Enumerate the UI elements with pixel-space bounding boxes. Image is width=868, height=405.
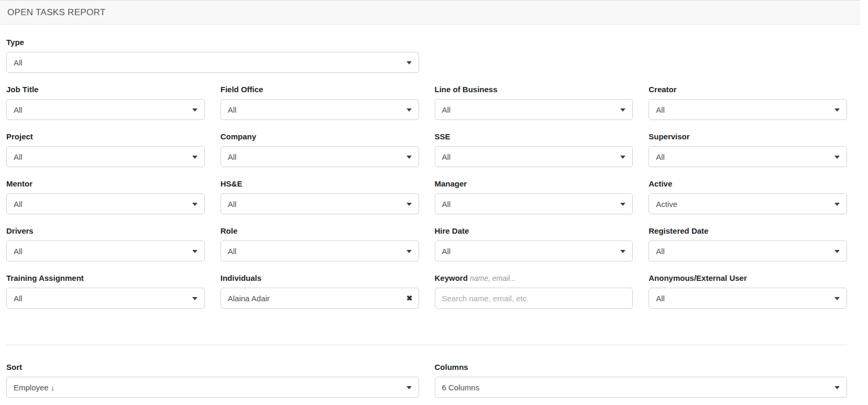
keyword-label-hint: name, email... xyxy=(470,274,516,282)
manager-select-value: All xyxy=(442,200,451,209)
mentor-label: Mentor xyxy=(6,179,205,188)
job-title-select[interactable]: All xyxy=(6,99,205,120)
hse-select-value: All xyxy=(228,200,237,209)
columns-label: Columns xyxy=(435,363,848,371)
field-sse: SSE All xyxy=(435,132,633,167)
field-supervisor: Supervisor All xyxy=(649,132,847,167)
caret-down-icon xyxy=(406,156,412,159)
type-select[interactable]: All xyxy=(6,52,419,73)
active-label: Active xyxy=(649,179,847,188)
field-hse: HS&E All xyxy=(221,179,419,214)
caret-down-icon xyxy=(834,386,840,389)
mentor-select-value: All xyxy=(14,200,23,209)
panel-header: OPEN TASKS REPORT xyxy=(0,0,860,25)
mentor-select[interactable]: All xyxy=(6,193,205,214)
keyword-search-input[interactable] xyxy=(435,288,633,309)
field-line-of-business: Line of Business All xyxy=(435,85,633,120)
registered-date-select[interactable]: All xyxy=(649,240,847,261)
supervisor-select[interactable]: All xyxy=(649,146,847,167)
training-assignment-select[interactable]: All xyxy=(6,288,205,309)
sort-select-value: Employee ↓ xyxy=(14,383,54,392)
clear-icon[interactable]: ✖ xyxy=(406,294,413,302)
drivers-label: Drivers xyxy=(6,226,205,235)
registered-date-select-value: All xyxy=(656,247,665,256)
sort-columns-section: Sort Employee ↓ Columns 6 Columns xyxy=(6,363,847,405)
active-select[interactable]: Active xyxy=(649,193,847,214)
field-job-title: Job Title All xyxy=(6,85,205,120)
caret-down-icon xyxy=(834,156,840,159)
caret-down-icon xyxy=(192,250,197,253)
sse-select-value: All xyxy=(442,152,451,161)
caret-down-icon xyxy=(192,108,197,112)
hire-date-select[interactable]: All xyxy=(435,240,633,261)
field-individuals: Individuals ✖ xyxy=(221,273,419,309)
field-active: Active Active xyxy=(649,179,847,214)
training-assignment-select-value: All xyxy=(14,294,23,303)
individuals-input[interactable] xyxy=(221,288,419,309)
creator-select[interactable]: All xyxy=(649,99,847,120)
field-office-label: Field Office xyxy=(221,85,419,94)
project-select[interactable]: All xyxy=(6,146,205,167)
type-select-value: All xyxy=(14,58,23,67)
section-divider xyxy=(6,345,847,345)
active-select-value: Active xyxy=(656,200,677,209)
filter-form: Type All Job Title All Field Office All xyxy=(0,25,860,405)
field-manager: Manager All xyxy=(435,179,633,214)
field-office-select[interactable]: All xyxy=(221,99,419,120)
hse-label: HS&E xyxy=(221,179,419,188)
registered-date-label: Registered Date xyxy=(649,226,847,235)
caret-down-icon xyxy=(834,108,840,112)
anonymous-external-user-select-value: All xyxy=(656,294,665,303)
line-of-business-label: Line of Business xyxy=(435,85,633,94)
drivers-select[interactable]: All xyxy=(6,240,205,261)
hire-date-select-value: All xyxy=(442,247,451,256)
caret-down-icon xyxy=(192,203,197,206)
hire-date-label: Hire Date xyxy=(435,226,633,235)
field-creator: Creator All xyxy=(649,85,847,120)
project-select-value: All xyxy=(14,152,23,161)
line-of-business-select[interactable]: All xyxy=(435,99,633,120)
caret-down-icon xyxy=(406,386,412,389)
field-sort: Sort Employee ↓ xyxy=(6,363,419,398)
field-training-assignment: Training Assignment All xyxy=(6,273,205,309)
caret-down-icon xyxy=(406,203,412,206)
field-company: Company All xyxy=(221,132,419,167)
sort-select[interactable]: Employee ↓ xyxy=(6,377,419,398)
columns-select[interactable]: 6 Columns xyxy=(435,377,848,398)
keyword-label: Keyword name, email... xyxy=(435,273,633,282)
caret-down-icon xyxy=(620,203,625,206)
caret-down-icon xyxy=(406,61,412,64)
anonymous-external-user-select[interactable]: All xyxy=(649,288,847,309)
hse-select[interactable]: All xyxy=(221,193,419,214)
company-select-value: All xyxy=(228,152,237,161)
caret-down-icon xyxy=(406,250,412,253)
field-hire-date: Hire Date All xyxy=(435,226,633,261)
field-columns: Columns 6 Columns xyxy=(435,363,848,398)
caret-down-icon xyxy=(834,297,840,300)
job-title-select-value: All xyxy=(14,105,23,114)
anonymous-external-user-label: Anonymous/External User xyxy=(649,273,847,282)
open-tasks-report-panel: OPEN TASKS REPORT Type All Job Title All xyxy=(0,0,860,405)
sse-select[interactable]: All xyxy=(435,146,633,167)
field-keyword: Keyword name, email... xyxy=(435,273,633,309)
field-drivers: Drivers All xyxy=(6,226,205,261)
caret-down-icon xyxy=(620,250,625,253)
role-select[interactable]: All xyxy=(221,240,419,261)
type-label: Type xyxy=(6,38,419,47)
supervisor-label: Supervisor xyxy=(649,132,847,141)
individuals-label: Individuals xyxy=(221,273,419,282)
caret-down-icon xyxy=(620,108,625,112)
caret-down-icon xyxy=(834,203,840,206)
company-select[interactable]: All xyxy=(221,146,419,167)
job-title-label: Job Title xyxy=(6,85,205,94)
field-registered-date: Registered Date All xyxy=(649,226,847,261)
columns-select-value: 6 Columns xyxy=(442,383,480,392)
field-role: Role All xyxy=(221,226,419,261)
caret-down-icon xyxy=(192,156,197,159)
manager-select[interactable]: All xyxy=(435,193,633,214)
caret-down-icon xyxy=(406,108,412,112)
sse-label: SSE xyxy=(435,132,633,141)
caret-down-icon xyxy=(192,297,197,300)
creator-label: Creator xyxy=(649,85,847,94)
training-assignment-label: Training Assignment xyxy=(6,273,205,282)
